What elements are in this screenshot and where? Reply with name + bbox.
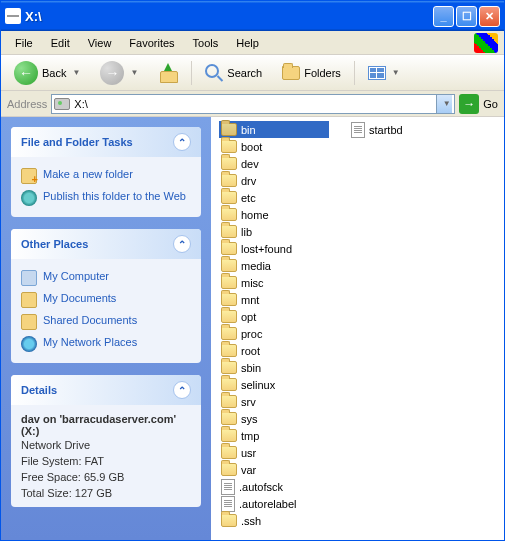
list-item[interactable]: media [219,257,329,274]
menu-edit[interactable]: Edit [43,35,78,51]
item-name: var [241,464,256,476]
list-item[interactable]: etc [219,189,329,206]
explorer-window: X:\ _ ☐ ✕ FileEditViewFavoritesToolsHelp… [0,0,505,541]
list-item[interactable]: var [219,461,329,478]
folder-icon [221,123,237,136]
list-item[interactable]: proc [219,325,329,342]
address-field[interactable]: X:\ ▼ [51,94,455,114]
folder-icon [221,191,237,204]
details-type: Network Drive [21,439,191,451]
folders-button[interactable]: Folders [275,62,348,84]
views-icon [368,66,386,80]
item-name: proc [241,328,262,340]
list-item[interactable]: srv [219,393,329,410]
file-list[interactable]: binbootdevdrvetchomeliblost+foundmediami… [211,117,504,540]
item-name: boot [241,141,262,153]
list-item[interactable]: drv [219,172,329,189]
network-icon [21,336,37,352]
folder-icon [221,429,237,442]
menu-file[interactable]: File [7,35,41,51]
folder-icon [221,157,237,170]
menu-favorites[interactable]: Favorites [121,35,182,51]
panel-tasks: File and Folder Tasks ⌃ Make a new folde… [11,127,201,217]
list-item[interactable]: tmp [219,427,329,444]
folder-icon [221,225,237,238]
item-name: root [241,345,260,357]
item-name: sys [241,413,258,425]
folder-icon [221,446,237,459]
item-name: sbin [241,362,261,374]
list-item[interactable]: bin [219,121,329,138]
item-name: home [241,209,269,221]
list-item[interactable]: root [219,342,329,359]
list-item[interactable]: boot [219,138,329,155]
mydocs-icon [21,292,37,308]
list-item[interactable]: opt [219,308,329,325]
list-item[interactable]: .autorelabel [219,495,329,512]
list-item[interactable]: selinux [219,376,329,393]
list-item[interactable]: lost+found [219,240,329,257]
list-item[interactable]: .autofsck [219,478,329,495]
task-link[interactable]: My Network Places [21,333,191,355]
collapse-icon[interactable]: ⌃ [173,133,191,151]
chevron-down-icon: ▼ [130,68,138,77]
menubar: FileEditViewFavoritesToolsHelp [1,31,504,55]
list-item[interactable]: sbin [219,359,329,376]
folder-icon [221,242,237,255]
list-item[interactable]: usr [219,444,329,461]
close-button[interactable]: ✕ [479,6,500,27]
panel-details-header[interactable]: Details ⌃ [11,375,201,405]
task-label: My Documents [43,292,116,304]
up-icon [158,63,178,83]
collapse-icon[interactable]: ⌃ [173,235,191,253]
forward-button[interactable]: → ▼ [93,57,145,89]
details-fs: File System: FAT [21,455,191,467]
details-free: Free Space: 65.9 GB [21,471,191,483]
list-item[interactable]: startbd [349,121,459,138]
forward-icon: → [100,61,124,85]
task-label: Make a new folder [43,168,133,180]
task-label: Publish this folder to the Web [43,190,186,202]
folder-icon [221,310,237,323]
list-item[interactable]: mnt [219,291,329,308]
list-item[interactable]: home [219,206,329,223]
task-link[interactable]: Publish this folder to the Web [21,187,191,209]
list-item[interactable]: lib [219,223,329,240]
minimize-button[interactable]: _ [433,6,454,27]
drive-icon [54,98,70,110]
panel-places-header[interactable]: Other Places ⌃ [11,229,201,259]
folder-icon [221,327,237,340]
search-button[interactable]: Search [198,60,269,86]
collapse-icon[interactable]: ⌃ [173,381,191,399]
item-name: .autofsck [239,481,283,493]
address-value: X:\ [74,98,87,110]
menu-help[interactable]: Help [228,35,267,51]
views-button[interactable]: ▼ [361,62,407,84]
task-link[interactable]: Make a new folder [21,165,191,187]
panel-tasks-header[interactable]: File and Folder Tasks ⌃ [11,127,201,157]
maximize-button[interactable]: ☐ [456,6,477,27]
folders-label: Folders [304,67,341,79]
address-dropdown[interactable]: ▼ [436,95,452,113]
menu-tools[interactable]: Tools [185,35,227,51]
item-name: dev [241,158,259,170]
list-item[interactable]: misc [219,274,329,291]
go-button[interactable]: → [459,94,479,114]
item-name: srv [241,396,256,408]
back-button[interactable]: ← Back ▼ [7,57,87,89]
list-item[interactable]: .ssh [219,512,329,529]
task-link[interactable]: Shared Documents [21,311,191,333]
menu-view[interactable]: View [80,35,120,51]
list-item[interactable]: sys [219,410,329,427]
up-button[interactable] [151,59,185,87]
titlebar[interactable]: X:\ _ ☐ ✕ [1,1,504,31]
task-label: Shared Documents [43,314,137,326]
task-link[interactable]: My Documents [21,289,191,311]
panel-details-title: Details [21,384,57,396]
task-link[interactable]: My Computer [21,267,191,289]
list-item[interactable]: dev [219,155,329,172]
separator [191,61,192,85]
folder-icon [221,514,237,527]
item-name: .autorelabel [239,498,297,510]
item-name: media [241,260,271,272]
